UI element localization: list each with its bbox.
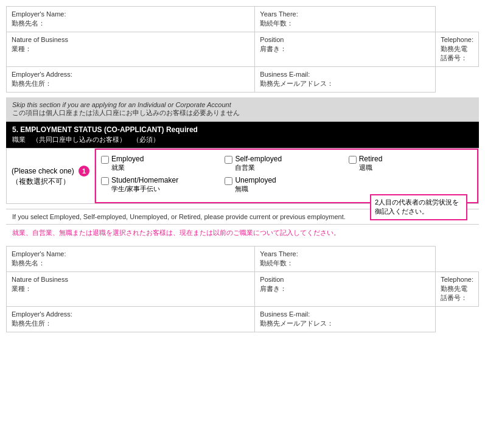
nature-label-en: Nature of Business xyxy=(12,36,249,43)
telephone-label-en: Telephone: xyxy=(441,36,473,43)
b-employer-name-label-en: Employer's Name: xyxy=(12,250,249,257)
years-there-label-en: Years There: xyxy=(260,10,430,18)
b-telephone-label-jp: 勤務先電話番号： xyxy=(441,284,473,303)
top-form-row2: Nature of Business 業種： Position 肩書き： Tel… xyxy=(7,32,479,67)
employed-label-jp: 就業 xyxy=(111,163,144,172)
address-cell: Employer's Address: 勤務先住所： xyxy=(7,67,255,93)
bottom-form-table: Employer's Name: 勤務先名： Years There: 勤続年数… xyxy=(6,246,479,332)
top-employer-form: Employer's Name: 勤務先名： Years There: 勤続年数… xyxy=(6,6,479,93)
b-telephone-label-en: Telephone: xyxy=(441,276,473,283)
employer-name-cell: Employer's Name: 勤務先名： xyxy=(7,7,255,32)
position-label-en: Position xyxy=(260,36,430,43)
skip-notice-en: Skip this section if you are applying fo… xyxy=(12,101,473,108)
b-position-label-jp: 肩書き： xyxy=(260,284,430,293)
retired-label-jp: 退職 xyxy=(359,163,383,172)
callout-box: 2人目の代表者の就労状況を御記入ください。 xyxy=(370,194,467,220)
unemployed-checkbox[interactable] xyxy=(225,177,232,185)
option-employed: Employed 就業 xyxy=(101,155,225,172)
b-address-label-en: Employer's Address: xyxy=(12,310,249,318)
position-cell: Position 肩書き： xyxy=(255,32,436,67)
employer-name-label-jp: 勤務先名： xyxy=(12,19,249,28)
student-label-en: Student/Homemaker xyxy=(111,176,178,184)
b-email-label-jp: 勤務先メールアドレス： xyxy=(260,319,430,328)
address-label-jp: 勤務先住所： xyxy=(12,79,249,88)
section5-title-en: EMPLOYMENT STATUS (CO-APPLICANT) Require… xyxy=(20,125,198,134)
nature-cell: Nature of Business 業種： xyxy=(7,32,255,67)
student-checkbox[interactable] xyxy=(101,177,109,185)
b-nature-cell: Nature of Business 業種： xyxy=(7,272,255,307)
bottom-employer-form: Employer's Name: 勤務先名： Years There: 勤続年数… xyxy=(6,246,479,332)
circle-badge: 1 xyxy=(79,166,89,177)
email-label-en: Business E-mail: xyxy=(260,71,430,78)
unemployed-label-jp: 無職 xyxy=(235,184,276,194)
b-email-label-en: Business E-mail: xyxy=(260,310,430,318)
student-label-jp: 学生/家事手伝い xyxy=(111,184,178,194)
skip-notice-jp: この項目は個人口座または法人口座にお申し込みのお客様は必要ありません xyxy=(12,108,473,117)
b-nature-label-en: Nature of Business xyxy=(12,276,249,283)
callout-container: 2人目の代表者の就労状況を御記入ください。 xyxy=(349,176,472,194)
options-row2: Student/Homemaker 学生/家事手伝い Unemployed 無職… xyxy=(101,176,472,194)
employed-checkbox[interactable] xyxy=(101,156,109,164)
employer-name-label-en: Employer's Name: xyxy=(12,10,249,18)
email-label-jp: 勤務先メールアドレス： xyxy=(260,79,430,88)
retired-checkbox[interactable] xyxy=(349,156,357,164)
section5-header: 5. EMPLOYMENT STATUS (CO-APPLICANT) Requ… xyxy=(6,122,479,148)
option-self-employed: Self-employed 自営業 xyxy=(225,155,348,172)
years-there-label-jp: 勤続年数： xyxy=(260,19,430,28)
b-telephone-cell: Telephone: 勤務先電話番号： xyxy=(436,272,479,307)
email-cell: Business E-mail: 勤務先メールアドレス： xyxy=(255,67,436,93)
b-nature-label-jp: 業種： xyxy=(12,284,249,293)
please-check-en: (Please check one) 1 xyxy=(12,166,89,177)
employment-options-area: (Please check one) 1 （複数選択不可） Employed 就… xyxy=(6,148,479,204)
b-email-cell: Business E-mail: 勤務先メールアドレス： xyxy=(255,307,436,332)
b-employer-name-cell: Employer's Name: 勤務先名： xyxy=(7,247,255,272)
self-employed-label-jp: 自営業 xyxy=(235,163,282,172)
top-form-row1: Employer's Name: 勤務先名： Years There: 勤続年数… xyxy=(7,7,479,32)
b-employer-name-label-jp: 勤務先名： xyxy=(12,259,249,268)
option-unemployed: Unemployed 無職 xyxy=(225,176,348,194)
bottom-form-row3: Employer's Address: 勤務先住所： Business E-ma… xyxy=(7,307,479,332)
please-check-jp: （複数選択不可） xyxy=(12,177,70,187)
telephone-label-jp: 勤務先電話番号： xyxy=(441,44,473,63)
self-employed-label-en: Self-employed xyxy=(235,155,282,163)
option-student: Student/Homemaker 学生/家事手伝い xyxy=(101,176,225,194)
unemployed-label-en: Unemployed xyxy=(235,176,276,184)
section5-title-jp: 職業 （共同口座申し込みのお客様） （必須） xyxy=(12,135,473,144)
bottom-form-row1: Employer's Name: 勤務先名： Years There: 勤続年数… xyxy=(7,247,479,272)
retired-label-en: Retired xyxy=(359,155,383,163)
skip-notice: Skip this section if you are applying fo… xyxy=(6,97,479,122)
note-jp: 就業、自営業、無職または退職を選択されたお客様は、現在または以前のご職業について… xyxy=(6,224,479,241)
top-form-row3: Employer's Address: 勤務先住所： Business E-ma… xyxy=(7,67,479,93)
position-label-jp: 肩書き： xyxy=(260,44,430,54)
b-years-there-label-en: Years There: xyxy=(260,250,430,257)
top-form-table: Employer's Name: 勤務先名： Years There: 勤続年数… xyxy=(6,6,479,93)
employed-label-en: Employed xyxy=(111,155,144,163)
b-address-cell: Employer's Address: 勤務先住所： xyxy=(7,307,255,332)
b-position-cell: Position 肩書き： xyxy=(255,272,436,307)
options-grid: Employed 就業 Self-employed 自営業 Retired 退職 xyxy=(95,149,478,203)
address-label-en: Employer's Address: xyxy=(12,71,249,78)
b-address-label-jp: 勤務先住所： xyxy=(12,319,249,328)
nature-label-jp: 業種： xyxy=(12,44,249,54)
b-position-label-en: Position xyxy=(260,276,430,283)
self-employed-checkbox[interactable] xyxy=(225,156,232,164)
please-check-cell: (Please check one) 1 （複数選択不可） xyxy=(7,149,95,203)
telephone-cell: Telephone: 勤務先電話番号： xyxy=(436,32,479,67)
years-there-cell: Years There: 勤続年数： xyxy=(255,7,436,32)
option-retired: Retired 退職 xyxy=(349,155,472,172)
options-row1: Employed 就業 Self-employed 自営業 Retired 退職 xyxy=(101,155,472,172)
bottom-form-row2: Nature of Business 業種： Position 肩書き： Tel… xyxy=(7,272,479,307)
section5-number: 5. xyxy=(12,125,18,134)
b-years-there-cell: Years There: 勤続年数： xyxy=(255,247,436,272)
b-years-there-label-jp: 勤続年数： xyxy=(260,259,430,268)
